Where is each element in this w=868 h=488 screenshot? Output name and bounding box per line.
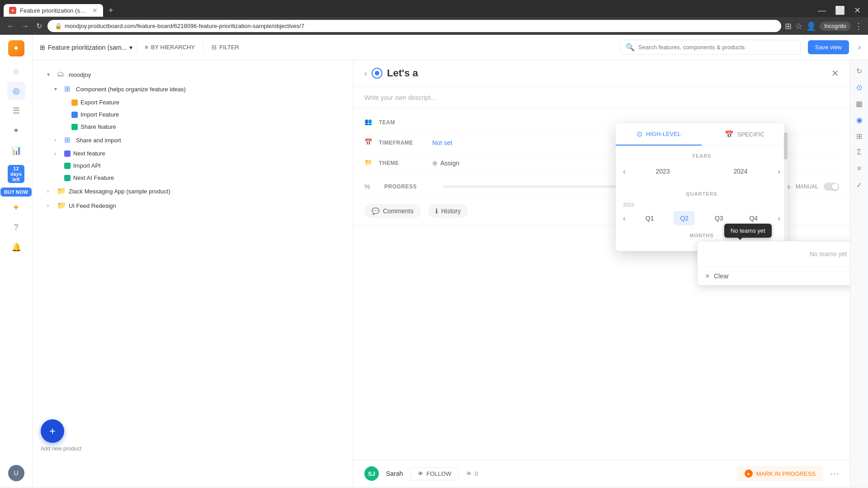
tree-label-next-feature: Next feature <box>73 150 105 157</box>
cal-tab-highlevel[interactable]: ⊙ HIGH-LEVEL <box>616 123 702 145</box>
manual-label: MANUAL <box>796 183 818 190</box>
tooltip-text: No teams yet <box>731 227 765 234</box>
color-dot-import <box>71 112 78 118</box>
hierarchy-button[interactable]: ≡ BY HIERARCHY <box>140 41 199 53</box>
right-icon-person[interactable]: ⊙ <box>852 80 867 94</box>
forward-button[interactable]: → <box>20 20 31 32</box>
right-icon-sigma[interactable]: Σ <box>852 145 867 160</box>
clear-icon: ✕ <box>705 272 710 280</box>
right-icon-target[interactable]: ◉ <box>852 113 867 127</box>
year-2024[interactable]: 2024 <box>726 164 755 178</box>
tree-item-ai-feature[interactable]: Next AI Feature <box>33 172 353 184</box>
tree-item-zlack[interactable]: › 📁 Zlack Messaging App (sample product) <box>33 184 353 198</box>
team-icon: 👥 <box>364 118 373 127</box>
right-icon-list[interactable]: ≡ <box>852 161 867 176</box>
main-content: ⊞ Feature prioritization (sam... ▾ ≡ BY … <box>33 35 868 487</box>
cal-tab-specific[interactable]: 📅 SPECIFIC <box>702 123 788 145</box>
filter-button[interactable]: ⊟ FILTER <box>207 41 244 53</box>
scrollbar-thumb[interactable] <box>784 132 788 160</box>
right-icon-table[interactable]: ⊞ <box>852 129 867 143</box>
user-avatar-sidebar[interactable]: U <box>8 465 24 481</box>
tree-item-export[interactable]: Export Feature <box>33 96 353 108</box>
mark-in-progress-button[interactable]: ● MARK IN PROGRESS <box>737 466 823 481</box>
assign-theme-button[interactable]: ⊕ Assign <box>432 160 459 167</box>
year-2023[interactable]: 2023 <box>648 164 677 178</box>
app-logo[interactable] <box>8 40 24 56</box>
minimize-button[interactable]: — <box>814 4 830 17</box>
detail-panel: ‹ Let's a ✕ Write your own descript... 👥 <box>354 60 850 487</box>
detail-description[interactable]: Write your own descript... <box>354 87 850 109</box>
color-dot-share <box>71 124 78 130</box>
team-clear-row[interactable]: ✕ Clear <box>698 267 850 285</box>
back-button-detail[interactable]: ‹ <box>364 69 367 78</box>
more-actions-button[interactable]: ⋯ <box>830 468 839 479</box>
sidebar-item-home[interactable]: ⌂ <box>7 62 25 80</box>
tree-item-component[interactable]: ▾ ⊞ Component (helps organize feature id… <box>33 82 353 96</box>
bookmark-icon[interactable]: ☆ <box>795 21 802 31</box>
tree-label-import: Import Feature <box>80 111 119 118</box>
tree-item-share-import[interactable]: › ⊞ Share and import <box>33 133 353 147</box>
quarters-prev-button[interactable]: ‹ <box>623 214 626 223</box>
quarters-next-button[interactable]: › <box>778 214 780 223</box>
url-bar[interactable]: 🔒 moodjoy.productboard.com/feature-board… <box>47 20 781 32</box>
right-icon-chart[interactable]: ▦ <box>852 96 867 111</box>
right-icon-check[interactable]: ✓ <box>852 178 867 192</box>
add-product-label: Add new product <box>41 446 81 452</box>
menu-icon[interactable]: ⋮ <box>854 21 863 31</box>
quarter-q1[interactable]: Q1 <box>639 211 660 225</box>
folder-icon-2: 📁 <box>57 187 66 196</box>
active-tab[interactable]: Feature prioritization (sample) - ✕ <box>4 4 103 17</box>
tree-item-moodjoy[interactable]: ▾ 🗂 moodjoy <box>33 67 353 82</box>
board-name-chevron[interactable]: ▾ <box>129 44 132 51</box>
sidebar-item-help[interactable]: ? <box>7 218 25 236</box>
toolbar-divider-1 <box>136 43 137 52</box>
sidebar-item-sparkle[interactable]: ✦ <box>7 198 25 216</box>
quarter-q2[interactable]: Q2 <box>674 211 695 225</box>
toggle-thumb <box>832 183 838 190</box>
circle-inner <box>375 71 379 75</box>
extensions-icon[interactable]: ⊞ <box>785 21 792 31</box>
tree-item-next-feature[interactable]: › Next feature <box>33 147 353 160</box>
tree-item-import[interactable]: Import Feature <box>33 108 353 121</box>
chevron-right-icon-8: › <box>47 188 54 194</box>
close-detail-button[interactable]: ✕ <box>831 68 839 79</box>
tab-history[interactable]: ℹ History <box>428 204 468 218</box>
tree-item-import-api[interactable]: Import API <box>33 160 353 172</box>
toolbar-expand-icon[interactable]: › <box>858 42 861 52</box>
follow-button[interactable]: 👁 FOLLOW <box>410 467 459 480</box>
follow-label: FOLLOW <box>426 470 451 477</box>
history-label: History <box>441 207 461 215</box>
sidebar-item-bell[interactable]: 🔔 <box>7 238 25 256</box>
tab-comments[interactable]: 💬 Comments <box>364 204 421 218</box>
buy-now-container: BUY NOW <box>0 188 32 197</box>
buy-now-button[interactable]: BUY NOW <box>0 188 32 197</box>
sidebar-item-chart[interactable]: 📊 <box>7 141 25 160</box>
tree-item-ui-feed[interactable]: › 📁 UI Feed Redesign <box>33 198 353 213</box>
tree-item-share[interactable]: Share feature <box>33 121 353 133</box>
calendar-scrollbar[interactable] <box>784 123 788 251</box>
sidebar-item-star[interactable]: ✦ <box>7 122 25 140</box>
lock-icon: 🔒 <box>55 23 62 29</box>
manual-toggle[interactable] <box>824 183 839 191</box>
add-button[interactable]: + <box>41 419 64 443</box>
color-dot-ai <box>64 175 71 181</box>
sidebar-item-list[interactable]: ☰ <box>7 102 25 120</box>
reload-button[interactable]: ↻ <box>34 20 44 32</box>
save-view-button[interactable]: Save view <box>808 40 849 54</box>
profile-icon[interactable]: 👤 <box>806 21 816 31</box>
sidebar-item-objectives[interactable]: ◎ <box>7 82 25 100</box>
grid-icon-2: ⊞ <box>64 136 73 145</box>
close-button[interactable]: ✕ <box>850 4 864 17</box>
back-button[interactable]: ← <box>5 20 16 32</box>
years-label: YEARS <box>623 153 780 159</box>
days-left-container: 12daysleft <box>8 165 24 183</box>
maximize-button[interactable]: ⬜ <box>831 4 849 17</box>
right-icon-refresh[interactable]: ↻ <box>852 64 867 78</box>
search-input[interactable] <box>638 44 795 51</box>
tree-label-ai-feature: Next AI Feature <box>73 174 114 181</box>
years-next-button[interactable]: › <box>778 167 780 176</box>
tab-close-btn[interactable]: ✕ <box>92 7 98 14</box>
new-tab-button[interactable]: + <box>105 4 117 17</box>
search-bar[interactable]: 🔍 <box>620 40 801 55</box>
board-name-display[interactable]: ⊞ Feature prioritization (sam... ▾ <box>40 44 132 51</box>
